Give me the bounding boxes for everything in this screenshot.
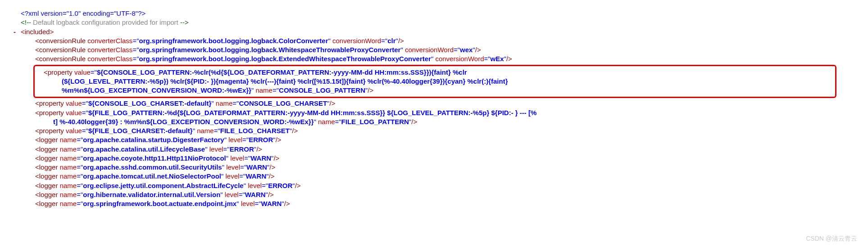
logger-entry: <logger name="org.apache.catalina.startu… bbox=[14, 135, 854, 144]
root-open[interactable]: -<included> bbox=[14, 27, 854, 36]
logger-entry: <logger name="org.apache.sshd.common.uti… bbox=[14, 163, 854, 172]
property-file-pattern: <property value="${FILE_LOG_PATTERN:-%d{… bbox=[14, 108, 854, 117]
property-file-charset: <property value="${FILE_LOG_CHARSET:-def… bbox=[14, 126, 854, 135]
property-console-charset: <property value="${CONSOLE_LOG_CHARSET:-… bbox=[14, 99, 854, 108]
highlight-box: <property value="${CONSOLE_LOG_PATTERN:-… bbox=[33, 65, 836, 99]
xml-source-viewer: <?xml version="1.0" encoding="UTF-8"?> <… bbox=[14, 9, 854, 208]
logger-entry: <logger name="org.hibernate.validator.in… bbox=[14, 190, 854, 199]
property-console-pattern: <property value="${CONSOLE_LOG_PATTERN:-… bbox=[38, 68, 832, 77]
logger-entry: <logger name="org.apache.tomcat.util.net… bbox=[14, 172, 854, 181]
xml-comment: <!-- Default logback configuration provi… bbox=[14, 18, 854, 27]
logger-entry: <logger name="org.apache.catalina.util.L… bbox=[14, 145, 854, 154]
logger-entry: <logger name="org.eclipse.jetty.util.com… bbox=[14, 181, 854, 190]
logger-entry: <logger name="org.apache.coyote.http11.H… bbox=[14, 154, 854, 163]
conversion-rule: <conversionRule converterClass="org.spri… bbox=[14, 45, 854, 54]
conversion-rule: <conversionRule converterClass="org.spri… bbox=[14, 54, 854, 63]
xml-declaration: <?xml version="1.0" encoding="UTF-8"?> bbox=[14, 9, 854, 18]
conversion-rule: <conversionRule converterClass="org.spri… bbox=[14, 36, 854, 45]
logger-entry: <logger name="org.springframework.boot.a… bbox=[14, 199, 854, 208]
collapse-icon[interactable]: - bbox=[14, 27, 19, 36]
